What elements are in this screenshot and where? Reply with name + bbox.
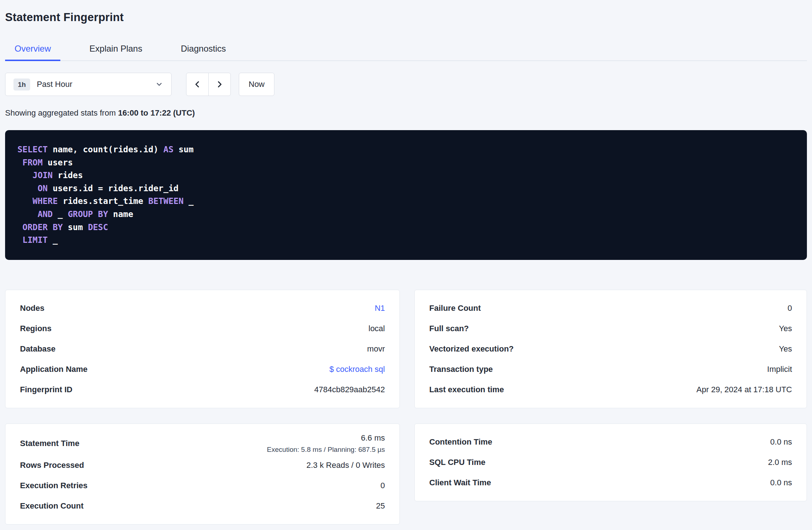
card-row: Statement Time6.6 msExecution: 5.8 ms / … — [20, 432, 385, 455]
row-label: Regions — [20, 324, 52, 333]
chevron-right-icon — [215, 80, 224, 89]
card-row: Databasemovr — [20, 339, 385, 359]
row-value: Implicit — [767, 365, 792, 374]
row-label: Execution Count — [20, 501, 84, 511]
card-row: Execution Count25 — [20, 496, 385, 516]
row-label: Rows Processed — [20, 461, 84, 470]
row-value-wrap: Yes — [779, 324, 792, 333]
row-label: Full scan? — [429, 324, 469, 333]
card-row: Failure Count0 — [429, 298, 792, 318]
card-overview-left: NodesN1RegionslocalDatabasemovrApplicati… — [5, 290, 400, 408]
row-subvalue: Execution: 5.8 ms / Planning: 687.5 µs — [267, 446, 385, 454]
sql-line: SELECT name, count(rides.id) AS sum — [17, 143, 795, 156]
row-value-wrap: 6.6 msExecution: 5.8 ms / Planning: 687.… — [267, 433, 385, 454]
time-interval-label: Past Hour — [37, 80, 149, 89]
statement-fingerprint-page: Statement Fingerprint OverviewExplain Pl… — [0, 0, 812, 525]
card-row: Application Name$ cockroach sql — [20, 359, 385, 380]
card-row: Execution Retries0 — [20, 475, 385, 496]
card-row: NodesN1 — [20, 298, 385, 318]
row-value: 2.3 k Reads / 0 Writes — [306, 461, 385, 470]
card-row: Fingerprint ID4784cb829aab2542 — [20, 380, 385, 400]
now-button[interactable]: Now — [239, 73, 274, 96]
card-row: Full scan?Yes — [429, 318, 792, 339]
row-label: Statement Time — [20, 439, 79, 448]
row-label: Fingerprint ID — [20, 385, 72, 394]
row-label: Nodes — [20, 304, 44, 313]
row-value-wrap: 25 — [376, 501, 385, 511]
row-value-wrap: Implicit — [767, 365, 792, 374]
row-value: movr — [367, 344, 385, 354]
tab-bar: OverviewExplain PlansDiagnostics — [5, 39, 807, 61]
row-label: Last execution time — [429, 385, 504, 394]
sql-line: AND _ GROUP BY name — [17, 208, 795, 221]
card-row: SQL CPU Time2.0 ms — [429, 452, 792, 473]
row-value-wrap: $ cockroach sql — [329, 365, 385, 374]
row-label: Transaction type — [429, 365, 493, 374]
row-label: Client Wait Time — [429, 478, 491, 487]
prev-interval-button[interactable] — [186, 73, 209, 96]
row-value: Apr 29, 2024 at 17:18 UTC — [696, 385, 792, 394]
sql-line: JOIN rides — [17, 169, 795, 182]
interval-pager — [186, 73, 231, 96]
row-label: Execution Retries — [20, 481, 88, 490]
row-value: 4784cb829aab2542 — [314, 385, 385, 394]
sql-line: LIMIT _ — [17, 234, 795, 247]
row-value: 25 — [376, 501, 385, 511]
row-value: Yes — [779, 324, 792, 333]
aggregated-stats-line: Showing aggregated stats from 16:00 to 1… — [5, 108, 807, 118]
row-value-wrap: Yes — [779, 344, 792, 354]
row-value-wrap: Apr 29, 2024 at 17:18 UTC — [696, 385, 792, 394]
page-title: Statement Fingerprint — [5, 11, 807, 24]
row-value-wrap: 0.0 ns — [770, 437, 792, 447]
row-label: Database — [20, 344, 56, 354]
row-value-wrap: N1 — [375, 304, 385, 313]
row-label: Failure Count — [429, 304, 481, 313]
summary-cards: NodesN1RegionslocalDatabasemovrApplicati… — [5, 290, 807, 525]
sql-line: WHERE rides.start_time BETWEEN _ — [17, 195, 795, 208]
card-overview-right: Failure Count0Full scan?YesVectorized ex… — [414, 290, 807, 408]
row-value-wrap: 4784cb829aab2542 — [314, 385, 385, 394]
time-interval-dropdown[interactable]: 1h Past Hour — [5, 73, 172, 96]
row-value-wrap: 2.3 k Reads / 0 Writes — [306, 461, 385, 470]
row-value-wrap: 0 — [788, 304, 792, 313]
row-value: 0 — [788, 304, 792, 313]
tab-diagnostics[interactable]: Diagnostics — [171, 39, 235, 61]
card-row: Regionslocal — [20, 318, 385, 339]
row-label: SQL CPU Time — [429, 458, 485, 467]
tab-explain-plans[interactable]: Explain Plans — [80, 39, 152, 61]
stats-prefix: Showing aggregated stats from — [5, 108, 116, 117]
row-value: 6.6 ms — [361, 433, 385, 443]
row-value-wrap: movr — [367, 344, 385, 354]
card-timing-left: Statement Time6.6 msExecution: 5.8 ms / … — [5, 423, 400, 525]
row-value: 2.0 ms — [768, 458, 792, 467]
row-value-wrap: local — [369, 324, 385, 333]
time-interval-badge: 1h — [13, 79, 30, 91]
row-value-link[interactable]: N1 — [375, 304, 385, 313]
row-label: Vectorized execution? — [429, 344, 514, 354]
sql-statement-box: SELECT name, count(rides.id) AS sum FROM… — [5, 130, 807, 260]
row-value-link[interactable]: $ cockroach sql — [329, 365, 385, 374]
card-row: Transaction typeImplicit — [429, 359, 792, 380]
card-row: Client Wait Time0.0 ns — [429, 473, 792, 493]
row-label: Application Name — [20, 365, 88, 374]
row-value: 0.0 ns — [770, 437, 792, 447]
card-timing-right: Contention Time0.0 nsSQL CPU Time2.0 msC… — [414, 423, 807, 501]
row-value: Yes — [779, 344, 792, 354]
card-row: Vectorized execution?Yes — [429, 339, 792, 359]
sql-line: ON users.id = rides.rider_id — [17, 182, 795, 195]
chevron-left-icon — [193, 80, 202, 89]
row-value: 0 — [381, 481, 385, 490]
row-value-wrap: 0 — [381, 481, 385, 490]
card-row: Contention Time0.0 ns — [429, 432, 792, 452]
row-value-wrap: 0.0 ns — [770, 478, 792, 487]
time-controls: 1h Past Hour Now — [5, 73, 807, 96]
card-row: Last execution timeApr 29, 2024 at 17:18… — [429, 380, 792, 400]
sql-line: ORDER BY sum DESC — [17, 221, 795, 234]
row-label: Contention Time — [429, 437, 492, 447]
tab-overview[interactable]: Overview — [5, 39, 60, 61]
stats-range: 16:00 to 17:22 (UTC) — [118, 108, 195, 117]
sql-line: FROM users — [17, 156, 795, 169]
next-interval-button[interactable] — [208, 73, 231, 96]
row-value: 0.0 ns — [770, 478, 792, 487]
row-value: local — [369, 324, 385, 333]
